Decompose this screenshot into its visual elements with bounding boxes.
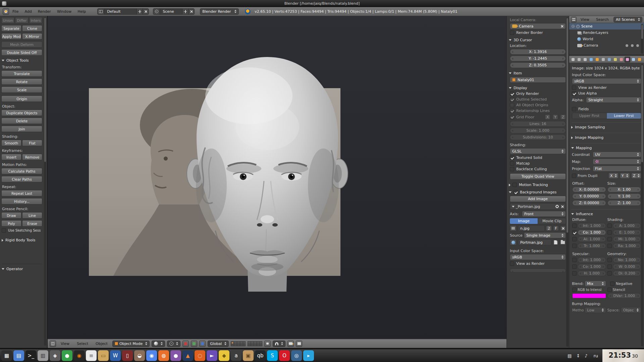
taskbar-icon-terminal[interactable]: >_ [25, 350, 36, 361]
view-as-render-checkbox[interactable] [510, 261, 514, 266]
specular-hardness-slider[interactable]: H: 1.000 [578, 270, 606, 276]
gp-line-button[interactable]: Line [22, 212, 42, 219]
npanel-scrollbar[interactable] [566, 17, 569, 347]
renderability-icon[interactable] [636, 44, 639, 47]
viewport-canvas[interactable] [48, 16, 506, 338]
relationship-lines-checkbox[interactable] [510, 109, 514, 113]
add-menu[interactable]: Add [22, 8, 34, 15]
properties-tab-world[interactable] [588, 57, 594, 62]
help-menu[interactable]: Help [75, 8, 89, 15]
specular-color-slider[interactable]: Co: 1.000 [578, 264, 606, 269]
diffuse-intensity-checkbox[interactable] [572, 224, 577, 228]
axis-z-selector[interactable]: Z [631, 173, 641, 179]
properties-tab-render[interactable] [570, 57, 576, 62]
image-mapping-panel-header[interactable]: Image Mapping [571, 133, 642, 140]
window-menu[interactable]: Window [54, 8, 74, 15]
selectability-icon[interactable] [631, 44, 634, 47]
cursor-z-field[interactable]: Z: 0.3505 [510, 62, 566, 68]
use-sketching-checkbox[interactable] [2, 228, 6, 233]
object-name-field[interactable]: Nataly01 [510, 77, 566, 83]
properties-tab-modifiers[interactable] [606, 57, 612, 62]
translate-button[interactable]: Translate [1, 70, 42, 77]
orientation-selector[interactable]: Global [208, 341, 229, 347]
shading-emit-checkbox[interactable] [607, 230, 612, 235]
outliner-editor-type-button[interactable] [571, 17, 577, 22]
npanel-scrollbar-thumb[interactable] [567, 18, 568, 233]
properties-tab-material[interactable] [619, 57, 624, 62]
taskbar-icon-libreoffice-writer[interactable]: W [110, 350, 121, 361]
all-object-origins-checkbox[interactable] [510, 103, 514, 107]
shading-ambient-slider[interactable]: A: 1.000 [613, 223, 641, 229]
taskbar-icon-files[interactable]: ▥ [38, 350, 48, 361]
clock[interactable]: 21:53 30 [602, 349, 644, 362]
taskbar-icon-inkscape[interactable]: ◆ [219, 350, 229, 361]
manipulator-scale-button[interactable] [199, 341, 206, 347]
taskbar-icon-blender[interactable]: ◉ [74, 350, 85, 361]
network-icon[interactable]: ↕ [576, 353, 580, 358]
smooth-button[interactable]: Smooth [1, 140, 21, 146]
projection-selector[interactable]: Flat [593, 166, 641, 172]
outliner-item-scene[interactable]: Scene [569, 23, 644, 29]
add-layout-button[interactable] [137, 9, 143, 14]
size-z-field[interactable]: Z: 1.00 [607, 200, 641, 206]
axis-y-selector[interactable]: Y [620, 173, 630, 179]
bg-image-entry[interactable]: _Portman.jpg [510, 203, 566, 210]
expander-icon[interactable] [572, 25, 575, 28]
opengl-render-button[interactable] [287, 341, 294, 347]
taskbar-icon-telegram[interactable]: ▸ [303, 350, 314, 361]
viewport-shading-selector[interactable]: GLSL [510, 148, 566, 154]
image-filepath-field[interactable]: Portman.jpg [518, 239, 551, 245]
render-menu[interactable]: Render [35, 8, 54, 15]
tab-image[interactable]: Image [509, 218, 538, 224]
offset-y-field[interactable]: Y: 0.00000 [572, 193, 606, 199]
calculate-paths-button[interactable]: Calculate Paths [1, 168, 42, 174]
snap-selector[interactable] [273, 341, 285, 347]
rigid-body-tools-panel-header[interactable]: Rigid Body Tools [2, 238, 42, 242]
item-panel-header[interactable]: Item [509, 71, 567, 75]
grid-y-toggle[interactable]: Y [552, 114, 558, 120]
delete-layout-button[interactable] [143, 9, 149, 14]
editor-type-button[interactable] [50, 341, 56, 347]
grid-subdivisions-field[interactable]: Subdivisions: 10 [510, 134, 566, 140]
image-datablock-field[interactable]: n.jpg [518, 225, 545, 231]
outliner-scrollbar-thumb[interactable] [641, 25, 643, 39]
properties-tab-object[interactable] [594, 57, 600, 62]
layers-widget-left[interactable] [231, 341, 246, 346]
image-source-selector[interactable]: Single Image [524, 232, 566, 238]
properties-tab-object-data[interactable] [612, 57, 618, 62]
insert-keyframe-button[interactable]: Insert [1, 154, 21, 160]
grid-z-toggle[interactable]: Z [560, 114, 566, 120]
outline-selected-checkbox[interactable] [510, 97, 514, 102]
matcap-checkbox[interactable] [510, 161, 514, 166]
properties-tab-particles[interactable] [631, 57, 636, 62]
shading-mirror-checkbox[interactable] [607, 237, 612, 241]
separate-button[interactable]: Separate [1, 25, 21, 32]
properties-scrollbar-thumb[interactable] [641, 65, 643, 162]
textured-solid-checkbox[interactable] [510, 156, 514, 160]
keyboard-layout-indicator[interactable]: ru [593, 353, 598, 358]
object-tools-panel-header[interactable]: Object Tools [2, 58, 42, 63]
camera-selector[interactable]: Camera [510, 23, 566, 29]
taskbar-icon-purple-app[interactable]: ● [170, 350, 181, 361]
grid-lines-field[interactable]: Lines: 16 [510, 121, 566, 127]
properties-tab-render-layers[interactable] [576, 57, 582, 62]
backface-culling-checkbox[interactable] [510, 167, 514, 171]
diffuse-intensity-slider[interactable]: Int: 1.000 [578, 223, 606, 229]
layers-widget-right[interactable] [248, 341, 262, 346]
geometry-warp-slider[interactable]: W: 0.000 [613, 264, 641, 269]
screen-layout-selector[interactable]: Default [97, 8, 149, 15]
diffuse-alpha-checkbox[interactable] [572, 237, 577, 241]
gp-poly-button[interactable]: Poly [1, 220, 21, 227]
select-menu[interactable]: Select [74, 341, 91, 347]
axis-x-selector[interactable]: X [608, 173, 619, 179]
taskbar-icon-file-manager[interactable]: ▤ [13, 350, 24, 361]
diffuse-translucency-checkbox[interactable] [572, 244, 577, 248]
render-border-checkbox[interactable] [510, 31, 514, 35]
taskbar-icon-vlc[interactable]: ▲ [182, 350, 193, 361]
taskbar-icon-green-app[interactable]: ● [62, 350, 72, 361]
outliner-display-mode-selector[interactable]: All Scenes [613, 17, 642, 22]
clone-button[interactable]: Clone [22, 25, 42, 32]
grid-scale-field[interactable]: Scale: 1.000 [510, 128, 566, 133]
size-y-field[interactable]: Y: 1.00 [607, 193, 641, 199]
gp-draw-button[interactable]: Draw [1, 212, 21, 219]
